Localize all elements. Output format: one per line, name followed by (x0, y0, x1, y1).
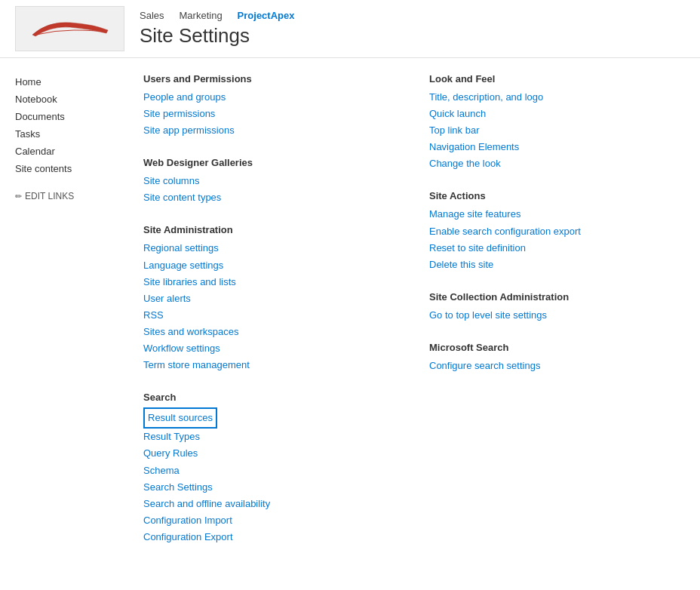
section-look-feel: Look and Feel Title, description, and lo… (429, 73, 685, 172)
link-site-app-permissions[interactable]: Site app permissions (143, 122, 399, 139)
logo-image (25, 14, 115, 44)
edit-links-label: EDIT LINKS (25, 191, 74, 201)
link-query-rules[interactable]: Query Rules (143, 445, 399, 462)
nav-sales[interactable]: Sales (140, 10, 164, 21)
link-change-look[interactable]: Change the look (429, 155, 685, 172)
section-title-site-actions: Site Actions (429, 190, 685, 201)
link-delete-site[interactable]: Delete this site (429, 257, 685, 273)
section-title-site-admin: Site Administration (143, 224, 399, 235)
sidebar: Home Notebook Documents Tasks Calendar S… (0, 73, 128, 564)
sidebar-item-home[interactable]: Home (15, 73, 121, 91)
section-users-permissions: Users and Permissions People and groups … (143, 73, 399, 139)
link-top-level-site-settings[interactable]: Go to top level site settings (429, 307, 685, 324)
link-site-content-types[interactable]: Site content types (143, 189, 399, 206)
link-title-description-logo[interactable]: Title, description, and logo (429, 89, 685, 106)
section-title-users: Users and Permissions (143, 73, 399, 85)
section-title-look-feel: Look and Feel (429, 73, 685, 85)
link-term-store[interactable]: Term store management (143, 357, 399, 373)
left-column: Users and Permissions People and groups … (143, 73, 422, 564)
nav-links-area: Sales Marketing ProjectApex Site Setting… (140, 10, 294, 48)
link-people-groups[interactable]: People and groups (143, 89, 399, 106)
link-reset-site-definition[interactable]: Reset to site definition (429, 240, 685, 257)
link-sites-workspaces[interactable]: Sites and workspaces (143, 324, 399, 340)
sidebar-divider (15, 177, 121, 185)
section-title-site-collection: Site Collection Administration (429, 291, 685, 303)
section-search: Search Result sources Result Types Query… (143, 392, 399, 545)
nav-projectapex[interactable]: ProjectApex (238, 10, 295, 21)
link-navigation-elements[interactable]: Navigation Elements (429, 139, 685, 155)
link-search-offline[interactable]: Search and offline availability (143, 496, 399, 512)
link-result-types[interactable]: Result Types (143, 429, 399, 445)
page-title: Site Settings (140, 24, 294, 48)
section-microsoft-search: Microsoft Search Configure search settin… (429, 342, 685, 374)
link-site-permissions[interactable]: Site permissions (143, 106, 399, 122)
logo (15, 6, 124, 51)
link-config-export[interactable]: Configuration Export (143, 529, 399, 545)
link-user-alerts[interactable]: User alerts (143, 290, 399, 307)
sidebar-item-calendar[interactable]: Calendar (15, 143, 121, 160)
link-regional-settings[interactable]: Regional settings (143, 240, 399, 257)
link-rss[interactable]: RSS (143, 307, 399, 324)
link-configure-search-settings[interactable]: Configure search settings (429, 358, 685, 374)
link-enable-search-config[interactable]: Enable search configuration export (429, 223, 685, 240)
section-title-microsoft-search: Microsoft Search (429, 342, 685, 353)
main-layout: Home Notebook Documents Tasks Calendar S… (0, 58, 700, 579)
link-site-columns[interactable]: Site columns (143, 173, 399, 189)
section-title-web-designer: Web Designer Galleries (143, 157, 399, 168)
section-site-admin: Site Administration Regional settings La… (143, 224, 399, 373)
section-site-actions: Site Actions Manage site features Enable… (429, 190, 685, 272)
link-language-settings[interactable]: Language settings (143, 257, 399, 274)
link-schema[interactable]: Schema (143, 462, 399, 479)
section-site-collection-admin: Site Collection Administration Go to top… (429, 291, 685, 324)
edit-links-button[interactable]: ✏ EDIT LINKS (15, 188, 121, 204)
link-workflow-settings[interactable]: Workflow settings (143, 340, 399, 357)
link-result-sources[interactable]: Result sources (143, 407, 217, 429)
nav-marketing[interactable]: Marketing (180, 10, 223, 21)
sidebar-item-site-contents[interactable]: Site contents (15, 160, 121, 177)
breadcrumb: Sales Marketing ProjectApex (140, 10, 294, 21)
content-area: Users and Permissions People and groups … (128, 73, 700, 564)
sidebar-item-tasks[interactable]: Tasks (15, 125, 121, 143)
link-config-import[interactable]: Configuration Import (143, 512, 399, 529)
section-web-designer: Web Designer Galleries Site columns Site… (143, 157, 399, 206)
right-column: Look and Feel Title, description, and lo… (422, 73, 685, 564)
link-top-link-bar[interactable]: Top link bar (429, 122, 685, 139)
top-navigation: Sales Marketing ProjectApex Site Setting… (0, 0, 700, 58)
section-title-search: Search (143, 392, 399, 403)
sidebar-item-documents[interactable]: Documents (15, 108, 121, 125)
link-manage-site-features[interactable]: Manage site features (429, 206, 685, 223)
link-site-libraries-lists[interactable]: Site libraries and lists (143, 274, 399, 290)
sidebar-item-notebook[interactable]: Notebook (15, 91, 121, 108)
link-search-settings[interactable]: Search Settings (143, 479, 399, 496)
pencil-icon: ✏ (15, 192, 22, 201)
link-quick-launch[interactable]: Quick launch (429, 106, 685, 122)
